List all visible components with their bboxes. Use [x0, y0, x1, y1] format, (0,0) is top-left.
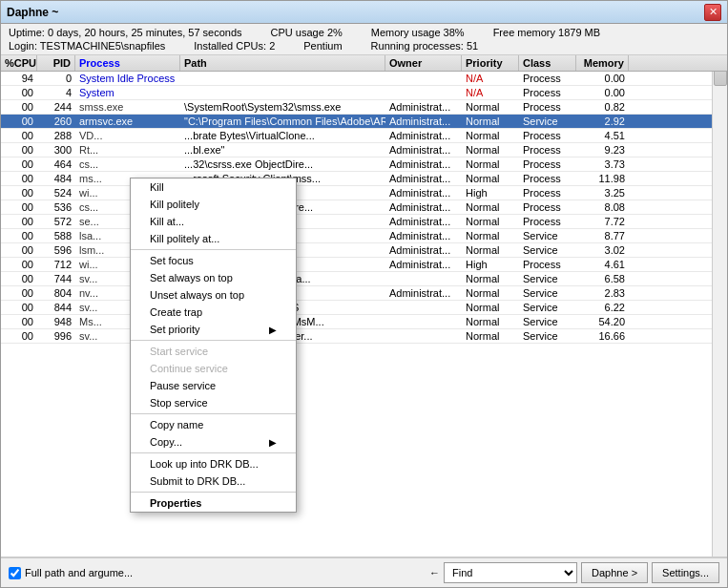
context-menu-item[interactable]: Properties [131, 494, 296, 512]
menu-item-label: Set always on top [150, 272, 233, 284]
table-row[interactable]: 00744sv......svchost.exe -k DcomLa...Nor… [1, 272, 727, 286]
cell-class: Process [519, 158, 576, 171]
cell-class: Service [519, 329, 576, 343]
cell-owner: Administrat... [385, 229, 462, 242]
cell-process: System Idle Process [75, 72, 180, 85]
menu-item-label: Copy name [150, 419, 203, 430]
cell-cpu: 00 [1, 129, 37, 142]
cell-class: Process [519, 215, 576, 228]
context-menu-item[interactable]: Kill [131, 178, 296, 196]
cell-pid: 288 [37, 129, 75, 142]
cell-cpu: 00 [1, 100, 37, 114]
cell-owner [385, 72, 462, 85]
menu-separator [131, 249, 296, 250]
cell-class: Service [519, 272, 576, 285]
cell-process: Rt... [75, 143, 180, 157]
header-memory[interactable]: Memory [576, 55, 629, 71]
context-menu-item[interactable]: Set always on top [131, 269, 296, 286]
installed-cpus-label: Installed CPUs: 2 [194, 40, 275, 52]
header-process[interactable]: Process [75, 55, 180, 71]
close-button[interactable]: ✕ [704, 4, 721, 21]
cell-memory: 3.73 [576, 158, 629, 171]
menu-separator [131, 492, 296, 493]
cell-pid: 804 [37, 286, 75, 300]
context-menu-item[interactable]: Kill at... [131, 213, 296, 230]
context-menu-item[interactable]: Copy...▶ [131, 433, 296, 451]
menu-item-label: Set priority [150, 324, 200, 335]
context-menu-item[interactable]: Kill politely at... [131, 230, 296, 247]
cell-class: Service [519, 115, 576, 128]
cell-pid: 4 [37, 86, 75, 99]
table-row[interactable]: 00996sv......svchost.exe -k LocalSer...N… [1, 329, 727, 344]
login-label: Login: TESTMACHINE5\snapfiles [9, 40, 165, 52]
table-row[interactable]: 00484ms......rosoft Security Client\mss.… [1, 172, 727, 186]
cell-path [180, 86, 385, 99]
context-menu-item[interactable]: Kill politely [131, 196, 296, 213]
cell-pid: 244 [37, 100, 75, 114]
context-menu-item[interactable]: Stop service [131, 394, 296, 411]
context-menu-item[interactable]: Look up into DRK DB... [131, 455, 296, 472]
table-row[interactable]: 940System Idle ProcessN/AProcess0.00 [1, 72, 727, 86]
header-owner[interactable]: Owner [385, 55, 462, 71]
header-priority[interactable]: Priority [462, 55, 519, 71]
context-menu-item[interactable]: Set priority▶ [131, 321, 296, 338]
table-row[interactable]: 00300Rt......bl.exe"Administrat...Normal… [1, 143, 727, 158]
cell-class: Service [519, 243, 576, 257]
cell-memory: 0.82 [576, 100, 629, 114]
cell-memory: 4.51 [576, 129, 629, 142]
table-row[interactable]: 00536cs......32\csrss.exe ObjectDire...A… [1, 200, 727, 215]
context-menu-item[interactable]: Set focus [131, 252, 296, 269]
table-row[interactable]: 00524wi...Administrat...HighProcess3.25 [1, 186, 727, 200]
full-path-checkbox[interactable] [9, 567, 21, 579]
menu-item-label: Copy... [150, 436, 182, 448]
cell-memory: 7.72 [576, 215, 629, 228]
scrollbar[interactable] [712, 55, 727, 556]
table-row[interactable]: 00844sv......svchost.exe -k RPCSSNormalS… [1, 301, 727, 315]
cell-priority: Normal [462, 115, 519, 128]
table-row[interactable]: 00260armsvc.exe"C:\Program Files\Common … [1, 115, 727, 129]
context-menu-item[interactable]: Copy name [131, 416, 296, 433]
table-row[interactable]: 00572se......services.exeAdministrat...N… [1, 215, 727, 229]
table-row[interactable]: 00464cs......32\csrss.exe ObjectDire...A… [1, 158, 727, 172]
cell-cpu: 00 [1, 258, 37, 271]
table-row[interactable]: 00804nv......nvvsvc.exeAdministrat...Nor… [1, 286, 727, 301]
table-row[interactable]: 004SystemN/AProcess0.00 [1, 86, 727, 100]
table-row[interactable]: 00596lsm......lsm.exeAdministrat...Norma… [1, 243, 727, 258]
menu-item-label: Look up into DRK DB... [150, 458, 259, 470]
context-menu-item[interactable]: Unset always on top [131, 286, 296, 304]
table-row[interactable]: 00244smss.exe\SystemRoot\System32\smss.e… [1, 100, 727, 115]
cell-path: "C:\Program Files\Common Files\Adobe\ARM… [180, 115, 385, 128]
header-cpu[interactable]: %CPU [1, 55, 37, 71]
cell-class: Process [519, 72, 576, 85]
context-menu-item[interactable]: Create trap [131, 304, 296, 321]
cell-class: Process [519, 172, 576, 185]
cell-priority: Normal [462, 100, 519, 114]
header-pid[interactable]: PID [37, 55, 75, 71]
header-path[interactable]: Path [180, 55, 385, 71]
cell-pid: 260 [37, 115, 75, 128]
cell-owner: Administrat... [385, 100, 462, 114]
cell-owner: Administrat... [385, 186, 462, 200]
cell-owner: Administrat... [385, 286, 462, 300]
menu-item-label: Continue service [150, 363, 228, 374]
cell-pid: 844 [37, 301, 75, 314]
cell-owner: Administrat... [385, 215, 462, 228]
find-input[interactable]: Find [444, 562, 577, 583]
running-processes-label: Running processes: 51 [371, 40, 479, 52]
cell-memory: 0.00 [576, 86, 629, 99]
table-row[interactable]: 00712wi...Administrat...HighProcess4.61 [1, 258, 727, 272]
cell-priority: Normal [462, 172, 519, 185]
settings-button[interactable]: Settings... [652, 562, 719, 583]
context-menu-item[interactable]: Submit to DRK DB... [131, 472, 296, 490]
table-row[interactable]: 00948Ms......rosoft Security Client\MsM.… [1, 315, 727, 329]
table-row[interactable]: 00588lsa......lsass.exeAdministrat...Nor… [1, 229, 727, 243]
context-menu-item: Start service [131, 343, 296, 360]
daphne-button[interactable]: Daphne > [581, 562, 648, 583]
full-path-checkbox-label[interactable]: Full path and argume... [9, 567, 133, 579]
header-class[interactable]: Class [519, 55, 576, 71]
cell-owner [385, 272, 462, 285]
table-row[interactable]: 00288VD......brate Bytes\VirtualClone...… [1, 129, 727, 143]
cell-cpu: 00 [1, 115, 37, 128]
cell-class: Service [519, 315, 576, 328]
context-menu-item[interactable]: Pause service [131, 377, 296, 394]
